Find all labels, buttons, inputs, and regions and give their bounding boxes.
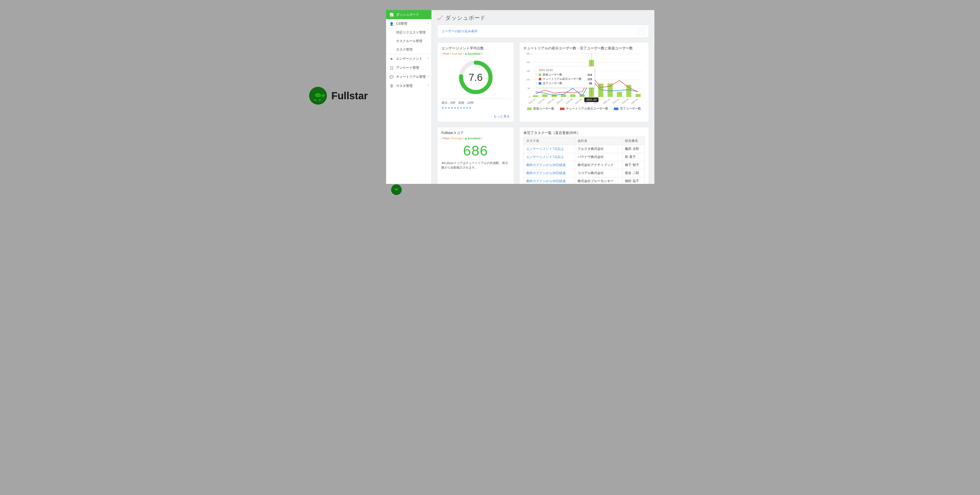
company-cell: 株式会社アクティブック <box>575 161 622 169</box>
svg-text:2022-02: 2022-02 <box>621 98 629 105</box>
task-link[interactable]: 最終ログインから30日経過 <box>526 171 566 175</box>
engagement-stars: ★★★★★★★★★★ <box>441 106 510 109</box>
card-title: エンゲージメント平均点数 <box>441 46 510 51</box>
user-icon: 👤 <box>390 22 394 26</box>
table-row: 最終ログインから30日経過株式会社ブルーモンキー猪田 花子 <box>523 177 644 184</box>
product-name: Fullstar <box>331 90 368 102</box>
table-header: 会社名 <box>575 137 622 145</box>
app-window: 📈 ダッシュボード 👤 CS管理 ˄ 対応リクエスト管理 タスクルール管理 タス… <box>386 10 654 184</box>
owner-cell: 亀田 太郎 <box>622 145 644 153</box>
chevron-down-icon: ˅ <box>641 30 642 33</box>
table-header: タスク名 <box>523 137 575 145</box>
square-icon <box>539 78 541 80</box>
table-row: 最終ログインから30日経過株式会社アクティブック柳下 智子 <box>523 161 644 169</box>
card-title: Fullstarスコア <box>441 131 510 135</box>
floating-logo-icon[interactable] <box>391 184 402 195</box>
tasks-table: タスク名 会社名 担当者名 エンゲージメント7点以上フルスタ株式会社亀田 太郎エ… <box>523 137 644 184</box>
svg-text:2021-09: 2021-09 <box>575 98 582 105</box>
sidebar-subitem-task[interactable]: タスク管理 <box>386 45 431 54</box>
sidebar-item-dashboard[interactable]: 📈 ダッシュボード <box>386 10 431 19</box>
more-link[interactable]: もっと見る <box>493 114 510 118</box>
table-row: エンゲージメント7点以上バウナウ株式会社乾 真子 <box>523 153 644 161</box>
svg-text:250: 250 <box>527 52 530 55</box>
company-cell: フルスタ株式会社 <box>575 145 622 153</box>
svg-text:0: 0 <box>529 96 530 98</box>
sidebar-item-master[interactable]: 🗄 マスタ管理 ˅ <box>386 81 431 90</box>
page-title-text: ダッシュボード <box>445 14 485 22</box>
sidebar-subitem-request[interactable]: 対応リクエスト管理 <box>386 28 431 37</box>
filter-label: ユーザーの絞り込み条件 <box>441 29 477 33</box>
svg-rect-23 <box>617 92 622 97</box>
svg-rect-15 <box>542 94 547 97</box>
svg-text:100: 100 <box>527 78 530 81</box>
square-icon <box>560 108 565 110</box>
svg-text:2022-03: 2022-03 <box>631 98 638 105</box>
chevron-down-icon: ˅ <box>428 57 429 60</box>
engagement-gauge: 7.6 <box>458 60 493 95</box>
sidebar-item-engagement[interactable]: ★ エンゲージメント ˅ <box>386 54 431 63</box>
card-title: 未完了タスク一覧（直近更新20件） <box>523 131 644 135</box>
square-icon <box>539 82 541 85</box>
fullstar-score-note: ※Fullstarスコアはチュートリアルの作成数、表示数から自動集計されます。 <box>441 161 510 170</box>
task-link[interactable]: エンゲージメント7点以上 <box>526 147 564 151</box>
filter-expand-button[interactable]: ˅ <box>638 28 644 35</box>
sidebar-item-tutorial[interactable]: 💬 チュートリアル管理 ˅ <box>386 72 431 81</box>
svg-text:2021-04: 2021-04 <box>528 98 536 105</box>
star-icon: ★ <box>390 57 394 61</box>
clipboard-icon: 📋 <box>390 66 394 70</box>
score-legend: ( Poor / Average / ● Excellent ) <box>441 52 510 56</box>
tooltip-date: 2021-10-01 <box>539 68 592 71</box>
tooltip-row: チュートリアル表示ユーザー数 :123 <box>539 77 592 81</box>
svg-text:50: 50 <box>528 87 530 89</box>
sidebar-item-survey[interactable]: 📋 アンケート管理 <box>386 63 431 72</box>
square-icon <box>539 73 541 76</box>
table-header: 担当者名 <box>622 137 644 145</box>
engagement-substats: 表示：0件 回答：13件 <box>441 101 510 105</box>
filter-bar[interactable]: ユーザーの絞り込み条件 ˅ <box>437 25 649 38</box>
svg-rect-25 <box>636 94 641 97</box>
company-cell: 株式会社ブルーモンキー <box>575 177 622 184</box>
page-title: 📈 ダッシュボード <box>432 10 654 25</box>
main-area: 📈 ダッシュボード ユーザーの絞り込み条件 ˅ エンゲージメント平均点数 ( <box>432 10 654 184</box>
sidebar-subitem-taskrule[interactable]: タスクルール管理 <box>386 37 431 45</box>
sidebar-item-label: アンケート管理 <box>396 65 419 70</box>
chart-legend: 新規ユーザー数 チュートリアル表示ユーザー数 完了ユーザー数 <box>523 106 644 111</box>
sidebar: 📈 ダッシュボード 👤 CS管理 ˄ 対応リクエスト管理 タスクルール管理 タス… <box>386 10 432 184</box>
sidebar-item-label: CS管理 <box>396 21 407 26</box>
chevron-up-icon: ˄ <box>428 22 429 25</box>
table-row: エンゲージメント7点以上フルスタ株式会社亀田 太郎 <box>523 145 644 153</box>
owner-cell: 柳下 智子 <box>622 161 644 169</box>
sidebar-item-cs[interactable]: 👤 CS管理 ˄ <box>386 19 431 28</box>
sidebar-item-label: ダッシュボード <box>396 12 419 17</box>
chart-line-icon: 📈 <box>390 13 394 17</box>
svg-text:2021-07: 2021-07 <box>556 98 564 105</box>
turtle-logo-icon <box>309 87 327 105</box>
tooltip-row: 新規ユーザー数 :214 <box>539 73 592 77</box>
company-cell: バウナウ株式会社 <box>575 153 622 161</box>
owner-cell: 熊谷 二郎 <box>622 169 644 177</box>
sidebar-item-label: マスタ管理 <box>396 84 412 88</box>
users-chart-card: チュートリアルの表示ユーザー数・完了ユーザー数と新規ユーザー数 05010015… <box>519 42 649 122</box>
chevron-down-icon: ˅ <box>428 85 429 87</box>
svg-rect-22 <box>608 83 612 97</box>
sidebar-item-label: エンゲージメント <box>396 56 422 61</box>
chart-highlight-label: 2021-10 <box>584 97 598 102</box>
users-chart[interactable]: 0501001502002502021-042021-052021-062021… <box>523 52 644 105</box>
svg-text:2021-06: 2021-06 <box>547 98 555 105</box>
svg-rect-18 <box>570 94 575 97</box>
archive-icon: 🗄 <box>390 84 394 88</box>
svg-text:2021-12: 2021-12 <box>603 98 611 105</box>
card-title: チュートリアルの表示ユーザー数・完了ユーザー数と新規ユーザー数 <box>523 46 644 51</box>
score-legend: ( Poor / Average / ● Excellent ) <box>441 136 510 140</box>
owner-cell: 乾 真子 <box>622 153 644 161</box>
svg-text:2021-08: 2021-08 <box>565 98 573 105</box>
square-icon <box>614 108 618 110</box>
svg-text:200: 200 <box>527 61 530 63</box>
task-link[interactable]: 最終ログインから30日経過 <box>526 179 566 183</box>
svg-text:2021-05: 2021-05 <box>538 98 545 105</box>
company-cell: ココアル株式会社 <box>575 169 622 177</box>
svg-text:2022-01: 2022-01 <box>612 98 620 105</box>
svg-rect-24 <box>626 85 631 97</box>
task-link[interactable]: 最終ログインから30日経過 <box>526 163 566 167</box>
task-link[interactable]: エンゲージメント7点以上 <box>526 155 564 159</box>
